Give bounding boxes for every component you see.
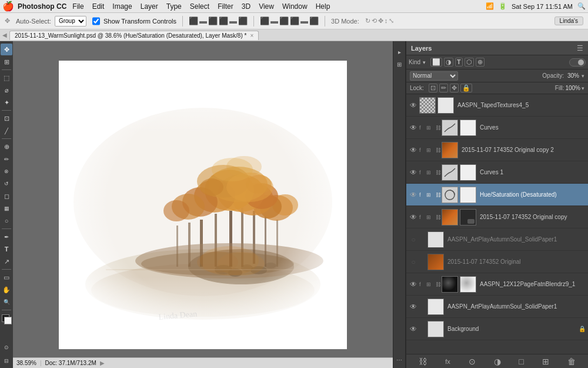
layer-row[interactable]: 👁 AASPN_TapedTextures4_5: [406, 94, 588, 117]
layer-visibility-icon[interactable]: ○: [409, 235, 418, 244]
layer-row[interactable]: 👁 AASPN_ArtPlayAutumnSoul_SolidPaper1: [406, 296, 588, 318]
blend-mode-dropdown[interactable]: Normal Multiply Screen Overlay: [410, 71, 458, 81]
layer-row[interactable]: 👁 f ⊞ ⛓ AASPN_12X12PageFatnBlendrz9_1: [406, 273, 588, 296]
layer-visibility-icon[interactable]: ○: [409, 257, 418, 267]
layer-visibility-icon[interactable]: 👁: [409, 145, 418, 155]
layers-panel-title[interactable]: Layers: [411, 45, 432, 52]
status-arrow-icon[interactable]: ▶: [100, 360, 105, 366]
search-icon[interactable]: 🔍: [577, 2, 586, 10]
3d-slide-icon[interactable]: ↕: [385, 17, 388, 25]
menu-type[interactable]: Type: [166, 2, 182, 11]
show-transform-checkbox[interactable]: [92, 16, 100, 26]
new-group-button[interactable]: □: [519, 357, 523, 366]
3d-pan-icon[interactable]: ✥: [378, 17, 383, 25]
pen-tool[interactable]: ✒: [1, 231, 12, 243]
lock-position-icon[interactable]: ✥: [450, 84, 459, 92]
quick-mask-mode[interactable]: ⊙: [1, 342, 12, 353]
collapse-panel-icon[interactable]: ▸: [393, 46, 405, 58]
spot-healing-tool[interactable]: ⊕: [1, 141, 12, 152]
layer-visibility-icon[interactable]: 👁: [409, 168, 418, 177]
zoom-tool[interactable]: 🔍: [1, 296, 12, 308]
align-top-icon[interactable]: ⬛: [219, 16, 228, 25]
layer-row[interactable]: 👁 f ⊞ ⛓ 2015-11-07 174352 Original copy …: [406, 139, 588, 161]
layer-row[interactable]: 👁 Background 🔒: [406, 318, 588, 340]
screen-mode[interactable]: ⊟: [1, 355, 12, 367]
menu-edit[interactable]: Edit: [92, 2, 105, 11]
menu-layer[interactable]: Layer: [141, 2, 158, 11]
dist-center-h-icon[interactable]: ▬: [270, 16, 278, 25]
layer-visibility-icon[interactable]: 👁: [409, 324, 418, 334]
align-middle-v-icon[interactable]: ▬: [229, 16, 237, 25]
hand-tool[interactable]: ✋: [1, 284, 12, 296]
3d-orbit-icon[interactable]: ↻: [365, 17, 370, 25]
panel-options-icon[interactable]: ⋯: [393, 354, 405, 366]
type-tool[interactable]: T: [1, 243, 12, 255]
path-selection-tool[interactable]: ↗: [1, 256, 12, 267]
panel-menu-icon[interactable]: ☰: [577, 44, 583, 52]
align-left-icon[interactable]: ⬛: [189, 16, 198, 25]
new-fill-adjustment-button[interactable]: ◑: [494, 357, 501, 366]
artboard-tool[interactable]: ⊞: [1, 56, 12, 68]
add-mask-button[interactable]: ⊙: [469, 357, 476, 366]
dist-right-icon[interactable]: ⬛: [279, 16, 289, 25]
tab-close-button[interactable]: ×: [250, 32, 253, 39]
layer-visibility-icon[interactable]: 👁: [409, 123, 418, 132]
layer-row[interactable]: 👁 f ⊞ ⛓ Curves: [406, 117, 588, 139]
move-tool[interactable]: ✥: [1, 44, 12, 55]
layers-expand-icon[interactable]: ⊞: [393, 58, 405, 70]
align-bottom-icon[interactable]: ⬛: [238, 16, 248, 25]
filter-adjustment-icon[interactable]: ◑: [444, 58, 453, 67]
layer-row[interactable]: 👁 f ⊞ ⛓ Hue/Saturation (Desaturated): [406, 184, 588, 206]
magic-wand-tool[interactable]: ✦: [1, 97, 12, 108]
link-layers-button[interactable]: ⛓: [419, 357, 427, 366]
3d-scale-icon[interactable]: ⤡: [389, 17, 394, 25]
layer-visibility-icon[interactable]: 👁: [409, 190, 418, 200]
menu-view[interactable]: View: [259, 2, 274, 11]
workspace-label[interactable]: Linda's: [554, 16, 583, 25]
opacity-chevron[interactable]: ▾: [582, 73, 584, 79]
gradient-tool[interactable]: ▦: [1, 203, 12, 214]
align-center-h-icon[interactable]: ▬: [199, 16, 207, 25]
menu-window[interactable]: Window: [282, 2, 308, 11]
menu-image[interactable]: Image: [112, 2, 132, 11]
clone-stamp-tool[interactable]: ⊗: [1, 165, 12, 177]
dodge-tool[interactable]: ○: [1, 215, 12, 227]
align-right-icon[interactable]: ⬛: [208, 16, 218, 25]
menu-filter[interactable]: Filter: [218, 2, 233, 11]
dist-bottom-icon[interactable]: ⬛: [309, 16, 319, 25]
menu-file[interactable]: File: [72, 2, 83, 11]
filter-smart-icon[interactable]: ⊕: [476, 58, 485, 67]
menu-3d[interactable]: 3D: [242, 2, 250, 11]
document-tab[interactable]: 2015-11-13_WarmSunlight.psd @ 38.6% (Hue…: [9, 31, 259, 40]
filter-pixel-icon[interactable]: ⬜: [430, 58, 442, 67]
lock-transparent-icon[interactable]: ⊡: [429, 84, 437, 92]
layer-visibility-icon[interactable]: 👁: [409, 101, 418, 110]
layer-row[interactable]: ○ AASPN_ArtPlayAutumnSoul_SolidPaper1: [406, 228, 588, 251]
brush-tool[interactable]: ✏: [1, 153, 12, 165]
delete-layer-button[interactable]: 🗑: [567, 357, 576, 366]
eraser-tool[interactable]: ◻: [1, 190, 12, 202]
lock-all-icon[interactable]: 🔒: [460, 84, 472, 92]
layer-row[interactable]: ○ 2015-11-07 174352 Original: [406, 251, 588, 273]
layer-row[interactable]: 👁 f ⊞ ⛓ Curves 1: [406, 161, 588, 184]
fill-chevron[interactable]: ▾: [582, 85, 584, 91]
rectangular-marquee-tool[interactable]: ⬚: [1, 72, 12, 84]
layer-visibility-icon[interactable]: 👁: [409, 302, 418, 311]
dist-middle-v-icon[interactable]: ▬: [300, 16, 308, 25]
filter-type-icon[interactable]: T: [455, 58, 463, 67]
layer-visibility-icon[interactable]: 👁: [409, 280, 418, 289]
layer-row[interactable]: 👁 f ⊞ ⛓ 2015-11-07 174352 Original copy: [406, 206, 588, 228]
filter-shape-icon[interactable]: ⬡: [465, 58, 474, 67]
eyedropper-tool[interactable]: ╱: [1, 125, 12, 137]
3d-roll-icon[interactable]: ⟲: [372, 17, 377, 25]
lasso-tool[interactable]: ⌀: [1, 84, 12, 96]
crop-tool[interactable]: ⊡: [1, 112, 12, 124]
menu-help[interactable]: Help: [316, 2, 330, 11]
menu-select[interactable]: Select: [190, 2, 209, 11]
rectangle-tool[interactable]: ▭: [1, 271, 12, 283]
layer-fx-button[interactable]: fx: [445, 358, 450, 365]
dist-top-icon[interactable]: ⬛: [290, 16, 299, 25]
new-layer-button[interactable]: ⊞: [542, 357, 549, 366]
filter-toggle[interactable]: [569, 58, 586, 67]
dist-left-icon[interactable]: ⬛: [260, 16, 269, 25]
